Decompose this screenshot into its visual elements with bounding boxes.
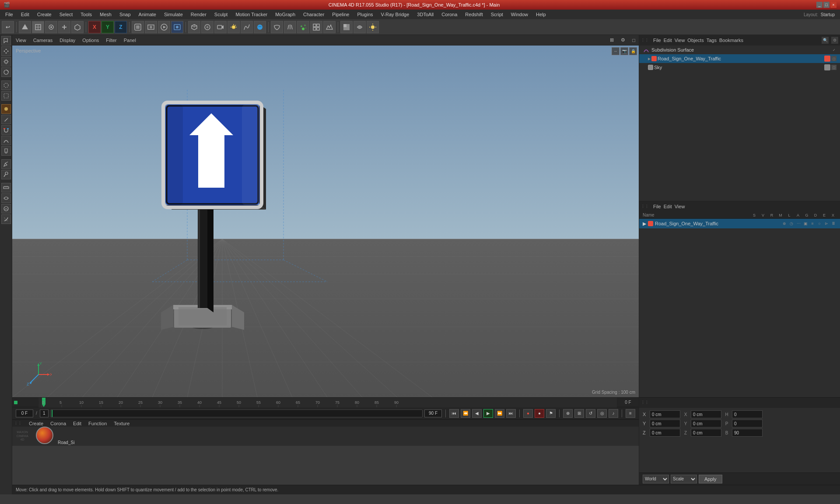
render-region-button[interactable] [145, 21, 157, 33]
autokey-button[interactable]: ● [535, 409, 544, 418]
ht-view[interactable]: View [675, 38, 685, 43]
camera-button[interactable] [214, 21, 227, 33]
menu-mesh[interactable]: Mesh [96, 11, 115, 18]
menu-corona[interactable]: Corona [438, 11, 461, 18]
hair-button[interactable] [284, 21, 296, 33]
key-button[interactable]: ⚑ [546, 409, 556, 418]
z-pos-input[interactable] [650, 429, 680, 437]
audio-button[interactable]: ♪ [609, 409, 618, 418]
x-axis-button[interactable]: X [88, 21, 101, 33]
props-file[interactable]: File [653, 204, 661, 209]
menu-file[interactable]: File [2, 11, 17, 18]
cube-button[interactable] [188, 21, 200, 33]
menu-help[interactable]: Help [532, 11, 550, 18]
y-rot-input[interactable] [691, 420, 721, 427]
lt-brush[interactable] [1, 146, 11, 156]
vt-filter[interactable]: Filter [104, 38, 118, 43]
speed-input[interactable] [40, 410, 49, 417]
vt-view[interactable]: View [14, 38, 28, 43]
lt-rotate[interactable] [1, 67, 11, 77]
menu-3dtoall[interactable]: 3DToAll [413, 11, 437, 18]
render-button[interactable] [158, 21, 170, 33]
props-view[interactable]: View [675, 204, 685, 209]
lt-magnet[interactable] [1, 125, 11, 135]
hierarchy-item-sky[interactable]: Sky ◻ [639, 63, 840, 72]
menu-character[interactable]: Character [300, 11, 328, 18]
h-input[interactable] [732, 410, 763, 418]
play-button[interactable]: ▶ [483, 409, 493, 418]
search-icon[interactable]: 🔍 [822, 37, 829, 44]
next-frame-button[interactable]: ⏩ [495, 409, 504, 418]
props-item-roadsign[interactable]: ▶ Road_Sign_One_Way_Traffic ⊕ ◷ ⋯ ▣ ≡ ○ … [639, 219, 840, 228]
vt-panel[interactable]: Panel [122, 38, 138, 43]
x-rot-input[interactable] [691, 410, 721, 418]
ht-objects[interactable]: Objects [687, 38, 704, 43]
menu-mograph[interactable]: MoGraph [272, 11, 299, 18]
x-pos-input[interactable] [650, 410, 680, 418]
menu-sculpt[interactable]: Sculpt [211, 11, 231, 18]
z-axis-button[interactable]: Z [115, 21, 127, 33]
props-edit[interactable]: Edit [664, 204, 672, 209]
hierarchy-item-subdivision[interactable]: Subdivision Surface ✓ [639, 46, 840, 54]
scale-dropdown[interactable]: Scale [671, 475, 697, 483]
undo-button[interactable]: ↩ [2, 21, 14, 33]
lt-live-select[interactable] [1, 80, 11, 90]
y-axis-button[interactable]: Y [102, 21, 114, 33]
mat-tab-texture[interactable]: Texture [112, 421, 131, 426]
motion-button[interactable]: ⊞ [574, 409, 584, 418]
menu-redshift[interactable]: Redshift [462, 11, 486, 18]
apply-button[interactable]: Apply [699, 475, 722, 483]
lt-select[interactable] [1, 36, 11, 46]
play-reverse-button[interactable]: ◀ [472, 409, 482, 418]
minimize-button[interactable]: _ [816, 2, 822, 8]
menu-vray-bridge[interactable]: V-Ray Bridge [378, 11, 413, 18]
y-pos-input[interactable] [650, 420, 680, 427]
material-button[interactable] [254, 21, 266, 33]
ht-bookmarks[interactable]: Bookmarks [719, 38, 743, 43]
timeline-settings-button[interactable]: ≡ [626, 409, 635, 418]
vp-lock-button[interactable]: 🔒 [629, 47, 637, 55]
grid-button[interactable] [310, 21, 322, 33]
hierarchy-settings-icon[interactable]: ⚙ [831, 37, 838, 44]
scheme-button[interactable]: ⊕ [563, 409, 573, 418]
lt-twist[interactable] [1, 214, 11, 224]
texture-mode-button[interactable] [32, 21, 44, 33]
timeline-ruler[interactable]: 0 5 10 15 20 25 30 35 40 45 50 [38, 398, 617, 407]
material-thumbnail-container[interactable] [36, 427, 55, 446]
lt-knife[interactable] [1, 115, 11, 124]
lt-grid-select[interactable] [1, 193, 11, 203]
menu-edit[interactable]: Edit [18, 11, 33, 18]
mat-tab-create[interactable]: Create [27, 421, 45, 426]
preview-button[interactable]: ◎ [597, 409, 607, 418]
mat-tab-corona[interactable]: Corona [49, 421, 68, 426]
lt-tweak[interactable] [1, 104, 11, 114]
window-controls[interactable]: _ □ × [816, 2, 836, 8]
close-button[interactable]: × [830, 2, 836, 8]
edge-mode-button[interactable] [58, 21, 70, 33]
vp-nav-button[interactable]: ↔ [612, 47, 620, 55]
sun-button[interactable] [367, 21, 379, 33]
go-start-button[interactable]: ⏮ [449, 409, 459, 418]
p-input[interactable] [732, 420, 763, 427]
record-button[interactable]: ● [523, 409, 533, 418]
light-button[interactable] [228, 21, 240, 33]
menu-select[interactable]: Select [56, 11, 77, 18]
go-end-button[interactable]: ⏭ [506, 409, 516, 418]
lt-measure[interactable] [1, 183, 11, 192]
menu-script[interactable]: Script [487, 11, 507, 18]
hierarchy-item-roadsign[interactable]: ▶ Road_Sign_One_Way_Traffic ◻ [639, 54, 840, 63]
menu-tools[interactable]: Tools [77, 11, 95, 18]
lt-scale[interactable] [1, 57, 11, 66]
menu-plugins[interactable]: Plugins [354, 11, 376, 18]
viewport-3d[interactable]: Perspective X Y Z [12, 46, 639, 397]
mat-tab-function[interactable]: Function [87, 421, 108, 426]
menu-simulate[interactable]: Simulate [161, 11, 186, 18]
scrubber-bar[interactable] [50, 410, 423, 417]
vt-display[interactable]: Display [58, 38, 77, 43]
maximize-button[interactable]: □ [823, 2, 830, 8]
menu-motion-tracker[interactable]: Motion Tracker [232, 11, 271, 18]
lt-smooth[interactable] [1, 204, 11, 214]
b-input[interactable] [732, 429, 763, 437]
emitter-button[interactable] [297, 21, 309, 33]
vt-options[interactable]: Options [80, 38, 101, 43]
